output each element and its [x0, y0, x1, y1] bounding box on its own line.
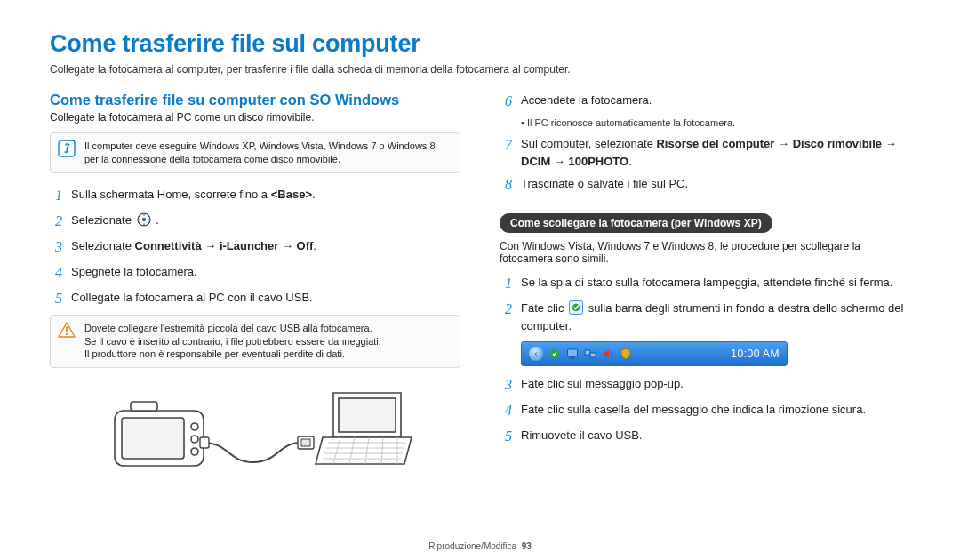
step-number: 4	[50, 262, 62, 284]
svg-rect-15	[200, 437, 209, 448]
substep-text: Il PC riconosce automaticamente la fotoc…	[521, 117, 910, 128]
right-column: 6 Accendete la fotocamera. Il PC riconos…	[500, 92, 910, 478]
pill-desc: Con Windows Vista, Windows 7 e Windows 8…	[500, 240, 910, 265]
step-number: 6	[500, 91, 512, 112]
step-item: 1 Se la spia di stato sulla fotocamera l…	[500, 274, 910, 294]
page-title: Come trasferire file sul computer	[50, 30, 910, 58]
svg-point-13	[191, 448, 198, 455]
footer-page-number: 93	[522, 541, 532, 551]
step-item: 8 Trascinate o salvate i file sul PC.	[500, 175, 910, 196]
svg-point-12	[191, 436, 198, 443]
steps-left: 1 Sulla schermata Home, scorrete fino a …	[50, 186, 460, 309]
section-subtitle: Come trasferire file su computer con SO …	[50, 92, 460, 108]
svg-rect-18	[339, 398, 396, 432]
info-note-text: Il computer deve eseguire Windows XP, Wi…	[84, 140, 451, 166]
warning-note: Dovete collegare l'estremità piccola del…	[50, 315, 460, 369]
step-item: 6 Accendete la fotocamera.	[500, 92, 910, 112]
warning-text: Dovete collegare l'estremità piccola del…	[84, 322, 381, 362]
step-item: 2 Selezionate .	[50, 212, 460, 232]
step-text: Selezionate Connettività → i-Launcher → …	[71, 237, 460, 255]
shield-tray-icon	[620, 348, 632, 360]
step-number: 7	[500, 134, 512, 156]
manual-page: Come trasferire file sul computer Colleg…	[0, 0, 960, 560]
section-desc: Collegate la fotocamera al PC come un di…	[50, 111, 460, 124]
safely-remove-icon	[569, 300, 583, 315]
warning-icon	[58, 322, 76, 341]
page-intro: Collegate la fotocamera al computer, per…	[50, 63, 910, 76]
steps-right-top-2: 7 Sul computer, selezionate Risorse del …	[500, 135, 910, 196]
step-number: 2	[50, 211, 62, 232]
step-text: Sulla schermata Home, scorrete fino a <B…	[71, 186, 460, 204]
step-item: 3 Selezionate Connettività → i-Launcher …	[50, 237, 460, 258]
step-number: 3	[50, 236, 62, 258]
windows-taskbar-tray: ‹ 10:00 AM	[521, 341, 788, 366]
step-number: 1	[500, 273, 512, 294]
svg-rect-14	[131, 402, 157, 411]
network-tray-icon	[584, 348, 596, 360]
step-item: 2 Fate clic sulla barra degli strumenti …	[500, 300, 910, 334]
step-text: Se la spia di stato sulla fotocamera lam…	[521, 274, 910, 292]
step-item: 3 Fate clic sul messaggio pop-up.	[500, 375, 910, 396]
two-column-layout: Come trasferire file su computer con SO …	[50, 92, 910, 478]
footer-section: Riproduzione/Modifica	[428, 541, 516, 551]
step-number: 3	[500, 374, 512, 396]
svg-point-29	[572, 304, 580, 312]
info-note: Il computer deve eseguire Windows XP, Wi…	[50, 132, 460, 173]
step-text: Selezionate .	[71, 212, 460, 229]
step-item: 5 Rimuovete il cavo USB.	[500, 427, 910, 447]
display-tray-icon	[566, 348, 579, 360]
svg-rect-33	[585, 350, 590, 355]
step-text: Fate clic sulla casella del messaggio ch…	[521, 401, 910, 419]
step-text: Spegnete la fotocamera.	[71, 263, 460, 281]
taskbar-clock: 10:00 AM	[731, 348, 780, 360]
svg-point-8	[66, 333, 68, 335]
svg-point-11	[191, 423, 198, 430]
steps-xp-2: 3 Fate clic sul messaggio pop-up. 4 Fate…	[500, 375, 910, 447]
step-number: 8	[500, 174, 512, 196]
info-icon	[58, 140, 76, 161]
step-text: Rimuovete il cavo USB.	[521, 427, 910, 444]
volume-tray-icon	[602, 348, 614, 360]
subsection-pill: Come scollegare la fotocamera (per Windo…	[500, 213, 772, 233]
svg-rect-34	[590, 353, 596, 357]
svg-point-2	[141, 217, 145, 220]
step-item: 4 Fate clic sulla casella del messaggio …	[500, 401, 910, 421]
step-text: Fate clic sul messaggio pop-up.	[521, 375, 910, 393]
steps-xp: 1 Se la spia di stato sulla fotocamera l…	[500, 274, 910, 334]
step-text: Accendete la fotocamera.	[521, 92, 910, 109]
steps-right-top: 6 Accendete la fotocamera.	[500, 92, 910, 112]
step-number: 1	[50, 185, 62, 206]
svg-rect-31	[568, 349, 578, 356]
step-number: 2	[500, 299, 512, 320]
step-text: Sul computer, selezionate Risorse del co…	[521, 135, 910, 170]
step-item: 5 Collegate la fotocamera al PC con il c…	[50, 289, 460, 309]
step-text: Collegate la fotocamera al PC con il cav…	[71, 289, 460, 307]
tray-expand-icon: ‹	[529, 347, 543, 361]
step-number: 5	[500, 426, 512, 447]
svg-rect-17	[301, 439, 310, 446]
page-footer: Riproduzione/Modifica 93	[0, 541, 960, 551]
step-number: 5	[50, 288, 62, 309]
svg-rect-10	[122, 418, 184, 459]
step-number: 4	[500, 400, 512, 421]
left-column: Come trasferire file su computer con SO …	[50, 92, 460, 478]
step-item: 1 Sulla schermata Home, scorrete fino a …	[50, 186, 460, 206]
step-item: 4 Spegnete la fotocamera.	[50, 263, 460, 284]
step-item: 7 Sul computer, selezionate Risorse del …	[500, 135, 910, 170]
step-text: Fate clic sulla barra degli strumenti in…	[521, 300, 910, 334]
step-text: Trascinate o salvate i file sul PC.	[521, 175, 910, 193]
safely-remove-tray-icon	[548, 348, 561, 360]
settings-ring-icon	[137, 212, 151, 227]
camera-laptop-illustration	[50, 380, 460, 478]
svg-rect-32	[571, 357, 574, 359]
